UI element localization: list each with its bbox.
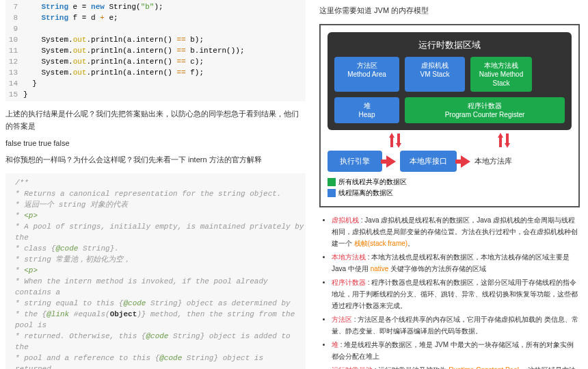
- list-item: 堆 : 堆是线程共享的数据区，堆是 JVM 中最大的一块存储区域，所有的对象实例…: [332, 339, 580, 362]
- right-column: 这里你需要知道 JVM 的内存模型 运行时数据区域 方法区Method Area…: [311, 0, 588, 369]
- native-lib-label: 本地方法库: [475, 156, 512, 166]
- line-number: 13: [5, 67, 23, 78]
- right-title: 这里你需要知道 JVM 的内存模型: [319, 5, 580, 16]
- line-number: 10: [5, 34, 23, 45]
- legend-label: 线程隔离的数据区: [338, 188, 393, 198]
- left-column: 7 String e = new String("b"); 8 String f…: [0, 0, 311, 369]
- runtime-area: 运行时数据区域 方法区Method Area 虚拟机栈VM Stack 本地方法…: [328, 32, 572, 130]
- line-number: 7: [5, 1, 23, 12]
- lib-interface-box: 本地库接口: [400, 151, 457, 172]
- pc-register-box: 程序计数器Program Counter Register: [405, 97, 565, 123]
- legend-label: 所有线程共享的数据区: [338, 177, 407, 187]
- list-item: 运行时常量池 : 运行时常量池又被称为 Runtime Constant Poo…: [332, 364, 580, 369]
- code-block: 7 String e = new String("b"); 8 String f…: [5, 0, 306, 101]
- method-area-box: 方法区Method Area: [334, 57, 399, 92]
- line-number: 9: [5, 23, 23, 34]
- bidirectional-arrow-icon: [498, 133, 510, 148]
- answer-text: false true true false: [5, 139, 306, 147]
- native-stack-box: 本地方法栈Native Method Stack: [470, 57, 532, 92]
- javadoc-block: /** * Returns a canonical representation…: [5, 173, 306, 369]
- heap-box: 堆Heap: [334, 97, 399, 123]
- line-number: 15: [5, 89, 23, 100]
- engine-row: 执行引擎 本地库接口 本地方法库: [328, 151, 572, 172]
- legend-square-blue-icon: [328, 189, 336, 197]
- list-item: 程序计数器 : 程序计数器也是线程私有的数据区，这部分区域用于存储线程的指令地址…: [332, 277, 580, 311]
- arrow-right-icon: [386, 155, 396, 168]
- legend: 所有线程共享的数据区 线程隔离的数据区: [328, 177, 572, 198]
- runtime-title: 运行时数据区域: [334, 39, 565, 51]
- terms-list: 虚拟机栈 : Java 虚拟机栈是线程私有的数据区，Java 虚拟机栈的生命周期…: [319, 214, 580, 369]
- line-number: 12: [5, 56, 23, 67]
- list-item: 本地方法栈 : 本地方法栈也是线程私有的数据区，本地方法栈存储的区域主要是 Ja…: [332, 251, 580, 275]
- question-2: 和你预想的一样吗？为什么会这样呢？我们先来看一下 intern 方法的官方解释: [5, 154, 306, 166]
- vm-stack-box: 虚拟机栈VM Stack: [405, 57, 465, 92]
- arrow-right-icon: [461, 155, 470, 168]
- jvm-diagram: 运行时数据区域 方法区Method Area 虚拟机栈VM Stack 本地方法…: [319, 24, 580, 207]
- list-item: 方法区 : 方法区是各个线程共享的内存区域，它用于存储虚拟机加载的 类信息、常量…: [332, 314, 580, 337]
- line-number: 8: [5, 12, 23, 23]
- list-item: 虚拟机栈 : Java 虚拟机栈是线程私有的数据区，Java 虚拟机栈的生命周期…: [332, 214, 580, 249]
- bidirectional-arrow-icon: [389, 133, 401, 148]
- engine-box: 执行引擎: [328, 151, 382, 172]
- question-1: 上述的执行结果是什么呢？我们先把答案贴出来，以防心急的同学想急于看到结果，他们的…: [5, 108, 306, 132]
- line-number: 14: [5, 78, 23, 89]
- arrows-row: [328, 130, 572, 151]
- legend-square-green-icon: [328, 178, 336, 186]
- line-number: 11: [5, 45, 23, 56]
